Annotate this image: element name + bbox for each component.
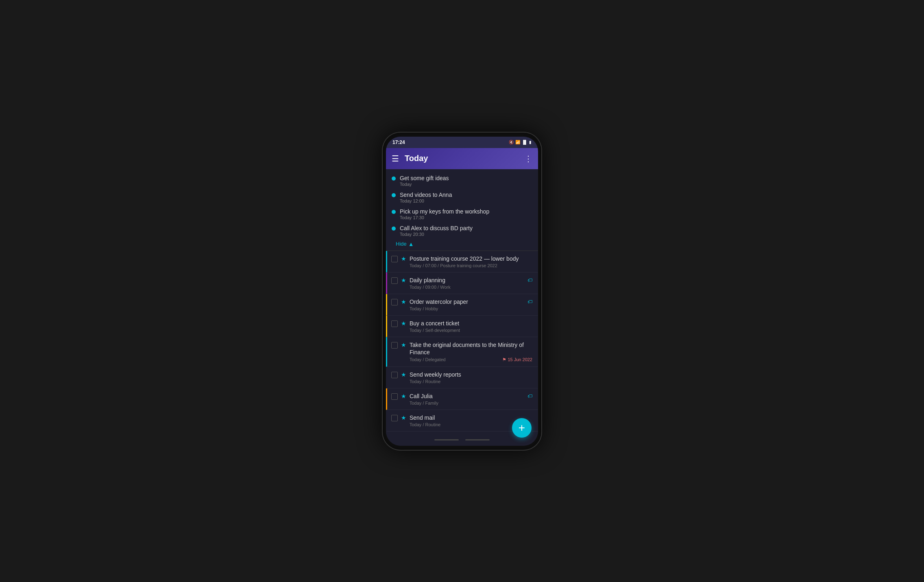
task-item[interactable]: ★ Daily planning Today / 09:00 / Work 🏷: [386, 272, 538, 294]
upcoming-sub: Today 17:30: [400, 215, 489, 220]
task-item[interactable]: ★ Call Julia Today / Family 🏷: [386, 388, 538, 410]
upcoming-title: Pick up my keys from the workshop: [400, 208, 489, 215]
upcoming-dot: [392, 210, 396, 214]
hide-row: Hide ▲: [386, 239, 538, 251]
upcoming-sub: Today 20:30: [400, 232, 473, 237]
task-checkbox[interactable]: [391, 299, 398, 305]
task-title: Send mail: [410, 414, 532, 421]
upcoming-title: Call Alex to discuss BD party: [400, 225, 473, 231]
task-item[interactable]: ★ Buy a concert ticket Today / Self-deve…: [386, 316, 538, 337]
upcoming-title: Send videos to Anna: [400, 192, 452, 198]
task-meta: Today / Delegated ⚑ 15 Jun 2022: [410, 357, 532, 362]
task-meta-text: Today / 09:00 / Work: [410, 285, 451, 290]
battery-icon: ▮: [529, 140, 532, 144]
status-icons: 🔇 📶 ▐▌ ▮: [509, 140, 532, 144]
hide-label: Hide: [396, 241, 407, 247]
star-icon[interactable]: ★: [401, 342, 406, 348]
upcoming-item[interactable]: Call Alex to discuss BD party Today 20:3…: [386, 222, 538, 239]
task-meta-text: Today / Self-development: [410, 328, 460, 333]
task-meta: Today / Hobby: [410, 306, 524, 311]
upcoming-item[interactable]: Get some gift ideas Today: [386, 172, 538, 189]
task-title: Order watercolor paper: [410, 298, 524, 305]
task-meta-text: Today / 07:00 / Posture training course …: [410, 263, 497, 268]
tag-icon: 🏷: [527, 299, 532, 305]
star-icon[interactable]: ★: [401, 393, 406, 399]
content-area: Get some gift ideas Today Send videos to…: [386, 169, 538, 434]
phone-screen: 17:24 🔇 📶 ▐▌ ▮ ☰ Today ⋮ Get some gift i…: [386, 137, 538, 446]
app-title: Today: [405, 154, 524, 163]
app-bar: ☰ Today ⋮: [386, 148, 538, 169]
add-task-fab[interactable]: +: [512, 418, 532, 438]
menu-icon[interactable]: ☰: [392, 154, 399, 163]
mute-icon: 🔇: [509, 140, 514, 144]
upcoming-item[interactable]: Pick up my keys from the workshop Today …: [386, 206, 538, 222]
star-icon[interactable]: ★: [401, 255, 406, 262]
task-checkbox[interactable]: [391, 342, 398, 349]
task-meta: Today / Self-development: [410, 328, 532, 333]
upcoming-sub: Today 12:00: [400, 198, 452, 203]
task-title: Send weekly reports: [410, 371, 532, 378]
status-bar: 17:24 🔇 📶 ▐▌ ▮: [386, 137, 538, 148]
star-icon[interactable]: ★: [401, 414, 406, 421]
upcoming-sub: Today: [400, 182, 449, 187]
hide-chevron-icon: ▲: [408, 241, 414, 247]
task-meta-text: Today / Routine: [410, 422, 440, 427]
date-badge: ⚑ 15 Jun 2022: [502, 357, 532, 362]
upcoming-title: Get some gift ideas: [400, 175, 449, 181]
task-checkbox[interactable]: [391, 320, 398, 327]
tag-icon: 🏷: [527, 393, 532, 399]
task-meta: Today / 09:00 / Work: [410, 285, 524, 290]
task-meta-text: Today / Routine: [410, 379, 440, 384]
task-meta: Today / 07:00 / Posture training course …: [410, 263, 532, 268]
star-icon[interactable]: ★: [401, 277, 406, 283]
task-checkbox[interactable]: [391, 277, 398, 284]
wifi-icon: 📶: [515, 140, 520, 144]
star-icon[interactable]: ★: [401, 299, 406, 305]
task-checkbox[interactable]: [391, 256, 398, 262]
task-meta-text: Today / Family: [410, 401, 438, 405]
nav-pill-2: [465, 439, 490, 440]
upcoming-dot: [392, 193, 396, 197]
upcoming-section: Get some gift ideas Today Send videos to…: [386, 169, 538, 239]
upcoming-dot: [392, 227, 396, 231]
upcoming-dot: [392, 177, 396, 181]
task-item[interactable]: ★ Posture training course 2022 — lower b…: [386, 251, 538, 272]
task-title: Call Julia: [410, 392, 524, 400]
phone-frame: 17:24 🔇 📶 ▐▌ ▮ ☰ Today ⋮ Get some gift i…: [383, 133, 541, 450]
task-title: Take the original documents to the Minis…: [410, 341, 532, 356]
task-checkbox[interactable]: [391, 393, 398, 400]
task-item[interactable]: ★ Send weekly reports Today / Routine: [386, 367, 538, 388]
upcoming-item[interactable]: Send videos to Anna Today 12:00: [386, 189, 538, 206]
task-meta-text: Today / Hobby: [410, 306, 438, 311]
star-icon[interactable]: ★: [401, 320, 406, 327]
tag-icon: 🏷: [527, 277, 532, 283]
task-title: Posture training course 2022 — lower bod…: [410, 255, 532, 262]
task-list: ★ Posture training course 2022 — lower b…: [386, 251, 538, 432]
status-time: 17:24: [392, 140, 405, 145]
nav-pill-1: [434, 439, 459, 440]
task-meta-text: Today / Delegated: [410, 357, 446, 362]
task-checkbox[interactable]: [391, 415, 398, 421]
bottom-bar: [386, 434, 538, 446]
more-options-icon[interactable]: ⋮: [524, 154, 532, 163]
task-title: Daily planning: [410, 277, 524, 284]
hide-button[interactable]: Hide ▲: [396, 241, 414, 247]
task-title: Buy a concert ticket: [410, 320, 532, 327]
task-checkbox[interactable]: [391, 372, 398, 378]
task-meta: Today / Routine: [410, 379, 532, 384]
task-item[interactable]: ★ Take the original documents to the Min…: [386, 337, 538, 366]
star-icon[interactable]: ★: [401, 371, 406, 378]
task-item[interactable]: ★ Order watercolor paper Today / Hobby 🏷: [386, 294, 538, 316]
signal-icon: ▐▌: [522, 140, 527, 144]
task-meta: Today / Family: [410, 401, 524, 405]
